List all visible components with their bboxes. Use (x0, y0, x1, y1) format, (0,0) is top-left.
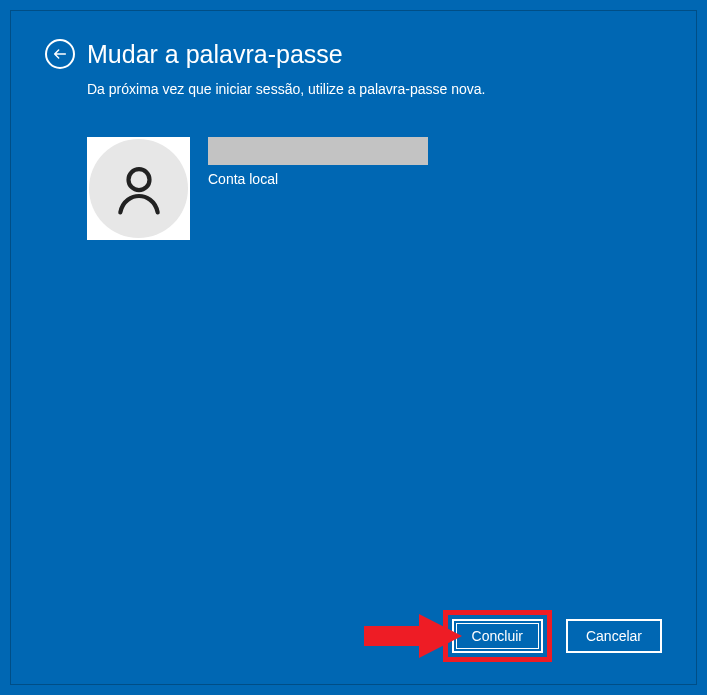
avatar (87, 137, 190, 240)
user-content: Conta local (87, 137, 662, 240)
header: Mudar a palavra-passe (45, 39, 662, 69)
user-info: Conta local (208, 137, 428, 240)
user-icon (111, 161, 167, 217)
arrow-left-icon (52, 46, 68, 62)
finish-button[interactable]: Concluir (452, 619, 543, 653)
footer-buttons: Concluir Cancelar (443, 610, 662, 662)
change-password-window: Mudar a palavra-passe Da próxima vez que… (10, 10, 697, 685)
username-redacted (208, 137, 428, 165)
account-type-label: Conta local (208, 171, 428, 187)
cancel-button[interactable]: Cancelar (566, 619, 662, 653)
back-button[interactable] (45, 39, 75, 69)
primary-button-highlight: Concluir (443, 610, 552, 662)
page-subtitle: Da próxima vez que iniciar sessão, utili… (87, 81, 662, 97)
svg-point-0 (128, 169, 149, 190)
avatar-circle (89, 139, 188, 238)
page-title: Mudar a palavra-passe (87, 40, 343, 69)
